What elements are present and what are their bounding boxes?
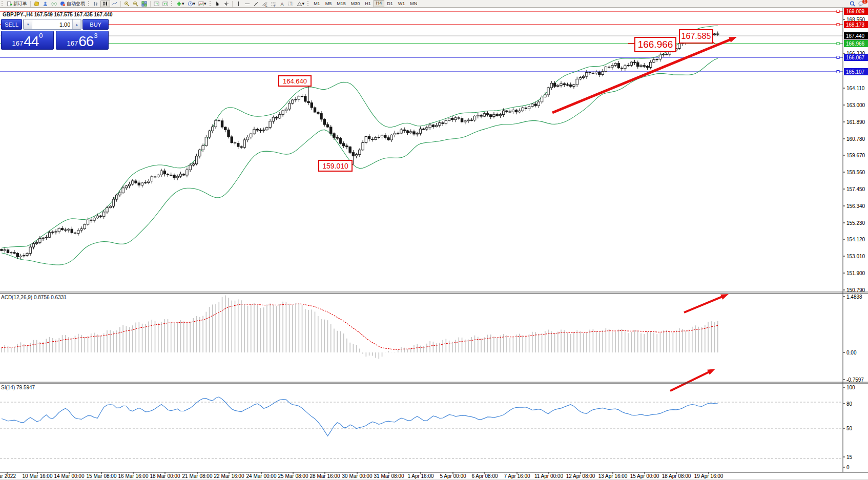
candle-body — [234, 142, 236, 143]
candle-body — [589, 72, 591, 73]
trend-arrow-head — [707, 369, 715, 375]
notifications-button[interactable]: 1 — [857, 1, 865, 7]
candle-body — [160, 171, 162, 175]
text-button[interactable]: A — [278, 1, 286, 7]
candlestick-chart-button[interactable] — [100, 1, 110, 7]
line-handle[interactable] — [837, 24, 839, 26]
profile-button[interactable] — [41, 1, 50, 7]
price-annotation[interactable]: 166.966 — [634, 37, 676, 52]
zoom-out-button[interactable] — [131, 1, 140, 7]
line-handle[interactable] — [837, 56, 839, 59]
channel-icon: E — [262, 1, 267, 7]
candle-body — [71, 229, 73, 233]
candle-body — [538, 102, 540, 106]
line-chart-button[interactable] — [110, 1, 119, 7]
time-axis-label: 13 Apr 16:00 — [598, 473, 628, 479]
new-order-button[interactable]: 新订单 — [5, 1, 29, 7]
price-annotation[interactable]: 159.010 — [318, 160, 353, 172]
buy-price-display[interactable]: 167 66 3 — [56, 31, 109, 50]
price-badge-label: 168.173 — [846, 22, 865, 28]
timeframe-button-m15[interactable]: M15 — [334, 1, 348, 7]
timeframe-button-mn[interactable]: MN — [407, 1, 420, 7]
candle-body — [112, 199, 114, 206]
periods-button[interactable]: ▾ — [186, 1, 197, 7]
candle-body — [621, 68, 623, 69]
timeframe-button-m1[interactable]: M1 — [311, 1, 323, 7]
text-label-button[interactable]: T — [286, 1, 295, 7]
stamp-tool-button[interactable] — [32, 1, 41, 7]
shapes-button[interactable]: ▾ — [295, 1, 306, 7]
trend-arrow[interactable] — [670, 372, 709, 391]
templates-button[interactable]: ▾ — [197, 1, 208, 7]
chart-title: GBPJPY-,H4 167.549 167.575 167.435 167.4… — [3, 12, 113, 17]
candle-body — [371, 139, 374, 139]
trend-arrow[interactable] — [684, 297, 722, 312]
timeframe-button-w1[interactable]: W1 — [396, 1, 408, 7]
macd-layer — [2, 296, 718, 359]
macd-signal-line — [2, 304, 718, 349]
candle-body — [381, 135, 383, 137]
toolbar-grip — [2, 1, 4, 6]
bollinger-upper-band — [2, 26, 718, 248]
candle-body — [384, 135, 386, 138]
signal-button[interactable] — [50, 1, 58, 7]
timeframe-button-h4[interactable]: H4 — [374, 0, 385, 7]
candle-body — [189, 165, 191, 170]
candle-body — [186, 170, 188, 175]
price-annotation[interactable]: 167.585 — [679, 29, 713, 44]
candle-body — [608, 67, 610, 67]
fibonacci-button[interactable]: F — [269, 1, 278, 7]
line-handle[interactable] — [837, 71, 839, 73]
add-indicator-button[interactable]: ▾ — [175, 1, 186, 7]
candle-body — [77, 230, 79, 233]
line-handle[interactable] — [837, 43, 839, 45]
line-handle[interactable] — [837, 10, 839, 13]
candle-body — [483, 114, 485, 116]
sell-price-display[interactable]: 167 44 0 — [1, 31, 54, 50]
autotrade-button[interactable]: 自动交易 — [58, 1, 87, 7]
bars-icon — [93, 1, 99, 7]
timeframe-button-h1[interactable]: H1 — [362, 1, 374, 7]
candle-body — [426, 128, 428, 129]
template-icon — [198, 1, 204, 7]
zoom-in-button[interactable] — [122, 1, 131, 7]
rsi-line — [2, 397, 718, 436]
buy-button[interactable]: BUY — [82, 19, 109, 30]
shapes-icon — [297, 1, 302, 7]
time-axis-label: 15 Mar 08:00 — [87, 473, 117, 479]
equidistant-channel-button[interactable]: E — [260, 1, 269, 7]
time-axis-label: 19 Apr 16:00 — [694, 473, 724, 479]
volume-increase-button[interactable]: ▲ — [72, 19, 81, 29]
time-axis-label: 6 Apr 08:00 — [471, 473, 498, 479]
horizontal-line-button[interactable] — [243, 1, 252, 7]
timeframe-button-m30[interactable]: M30 — [348, 1, 363, 7]
timeframe-button-m5[interactable]: M5 — [323, 1, 335, 7]
candle-body — [403, 130, 405, 131]
chart-shift-button[interactable] — [161, 1, 170, 7]
toolbar-grip — [171, 1, 173, 6]
time-axis-label: 31 Mar 08:00 — [374, 473, 404, 479]
candle-body — [464, 121, 466, 122]
sell-button[interactable]: SELL — [1, 19, 22, 30]
tile-windows-button[interactable] — [140, 1, 149, 7]
volume-decrease-button[interactable]: ▼ — [24, 19, 32, 29]
timeframe-button-d1[interactable]: D1 — [384, 1, 396, 7]
price-annotation[interactable]: 164.640 — [278, 75, 312, 87]
autoscroll-button[interactable] — [152, 1, 161, 7]
time-axis-label: 10 Mar 16:00 — [23, 473, 53, 479]
crosshair-button[interactable] — [222, 1, 231, 7]
bar-chart-button[interactable] — [92, 1, 100, 7]
candle-body — [563, 84, 565, 85]
candle-body — [416, 133, 418, 134]
cursor-button[interactable] — [213, 1, 222, 7]
labelT-icon: T — [288, 1, 294, 7]
time-axis-label: 24 Mar 00:00 — [246, 473, 277, 479]
candle-body — [1, 249, 3, 251]
vertical-line-button[interactable] — [234, 1, 243, 7]
volume-input[interactable] — [32, 19, 72, 29]
candle-body — [228, 130, 230, 137]
trendline-button[interactable] — [252, 1, 260, 7]
chevron-down-icon: ▾ — [302, 1, 305, 6]
search-button[interactable] — [848, 1, 857, 7]
candle-body — [445, 120, 447, 123]
